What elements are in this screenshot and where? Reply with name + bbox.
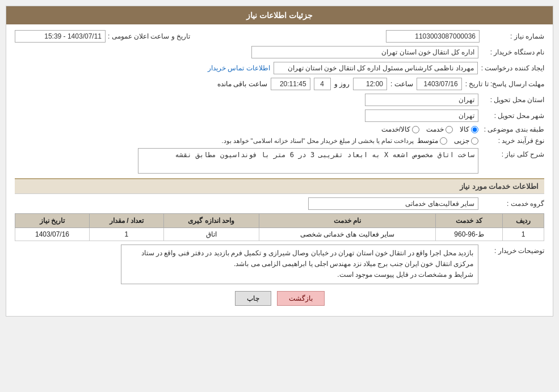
need-number-value: 1103003087000036 bbox=[386, 30, 480, 43]
delivery-province-value: تهران bbox=[365, 94, 478, 106]
purchase-type-note: پرداخت تمام یا بخشی از مبلغ خریدار محل "… bbox=[221, 137, 414, 145]
category-label: طبقه بندی موضوعی : bbox=[482, 125, 544, 133]
cell-service-name: سایر فعالیت های خدماتی شخصی bbox=[259, 228, 436, 241]
category-radio-kala-khedmat[interactable]: کالا/خدمت bbox=[381, 125, 419, 133]
page-header: جزئیات اطلاعات نیاز bbox=[6, 6, 553, 24]
cell-date: 1403/07/16 bbox=[15, 228, 90, 241]
reply-time-label: ساعت : bbox=[390, 80, 413, 88]
creator-value: مهرداد ناظمی کارشناس مسئول اداره کل انتق… bbox=[274, 62, 478, 74]
buyer-org-label: نام دستگاه خریدار : bbox=[482, 48, 544, 56]
reply-days-value: 4 bbox=[314, 78, 331, 90]
cell-service-code: ط-96-960 bbox=[436, 228, 503, 241]
col-header-row: ردیف bbox=[502, 214, 544, 228]
purchase-type-label: نوع فرآیند خرید : bbox=[482, 137, 544, 145]
col-header-unit: واحد اندازه گیری bbox=[163, 214, 259, 228]
category-radio-kala[interactable]: کالا bbox=[460, 125, 478, 133]
reply-remaining-value: 20:11:45 bbox=[271, 78, 310, 90]
table-row: 1 ط-96-960 سایر فعالیت های خدماتی شخصی ا… bbox=[15, 228, 544, 241]
reply-deadline-label: مهلت ارسال پاسخ: تا تاریخ : bbox=[465, 80, 544, 88]
creator-contact-link[interactable]: اطلاعات تماس خریدار bbox=[208, 64, 270, 72]
purchase-type-motavasset[interactable]: متوسط bbox=[417, 137, 447, 145]
buyer-org-value: اداره کل انتقال خون استان تهران bbox=[251, 46, 478, 58]
reply-days-label: روز و bbox=[334, 80, 350, 88]
print-button[interactable]: چاپ bbox=[235, 291, 271, 306]
delivery-city-label: شهر محل تحویل : bbox=[482, 112, 544, 120]
reply-remaining-label: ساعت باقی مانده bbox=[217, 80, 267, 88]
category-radio-kala-khedmat-label: کالا/خدمت bbox=[381, 125, 410, 133]
purchase-type-jozi[interactable]: جزیی bbox=[454, 137, 478, 145]
announce-datetime-label: تاریخ و ساعت اعلان عمومی : bbox=[108, 32, 190, 40]
back-button[interactable]: بازگشت bbox=[277, 291, 325, 306]
creator-label: ایجاد کننده درخواست : bbox=[481, 64, 544, 72]
cell-unit: اتاق bbox=[163, 228, 259, 241]
delivery-city-value: تهران bbox=[365, 109, 478, 122]
services-info-section-title: اطلاعات خدمات مورد نیاز bbox=[15, 178, 544, 194]
need-description-textarea[interactable]: ساخت اتاق مخصوص اشعه X به ابعاد تقریبی 3… bbox=[138, 148, 478, 174]
delivery-province-label: استان محل تحویل : bbox=[482, 96, 544, 104]
service-group-label: گروه خدمت : bbox=[482, 200, 544, 208]
need-number-label: شماره نیاز : bbox=[482, 32, 544, 40]
purchase-type-radio-group: جزیی متوسط bbox=[417, 137, 478, 145]
need-description-label: شرح کلی نیاز : bbox=[482, 148, 544, 158]
buyer-notes-value: بازدید محل اجرا واقع در انتقال خون استان… bbox=[121, 245, 478, 284]
buyer-notes-label: توضیحات خریدار : bbox=[482, 245, 544, 255]
page-title: جزئیات اطلاعات نیاز bbox=[246, 11, 313, 20]
col-header-name: نام خدمت bbox=[259, 214, 436, 228]
reply-time-value: 12:00 bbox=[353, 78, 387, 90]
category-radio-group: کالا خدمت کالا/خدمت bbox=[381, 125, 478, 133]
col-header-date: تاریخ نیاز bbox=[15, 214, 90, 228]
services-table: ردیف کد خدمت نام خدمت واحد اندازه گیری ت… bbox=[15, 213, 544, 241]
service-group-value: سایر فعالیت‌های خدماتی bbox=[308, 197, 478, 210]
col-header-code: کد خدمت bbox=[436, 214, 503, 228]
cell-qty: 1 bbox=[89, 228, 163, 241]
col-header-qty: تعداد / مقدار bbox=[89, 214, 163, 228]
action-buttons: بازگشت چاپ bbox=[15, 291, 544, 306]
category-radio-khedmat-label: خدمت bbox=[426, 125, 444, 133]
reply-date-value: 1403/07/16 bbox=[417, 78, 462, 90]
category-radio-kala-label: کالا bbox=[460, 125, 469, 133]
announce-datetime-value: 1403/07/11 - 15:39 bbox=[15, 30, 106, 43]
category-radio-khedmat[interactable]: خدمت bbox=[426, 125, 453, 133]
cell-row-num: 1 bbox=[502, 228, 544, 241]
purchase-type-jozi-label: جزیی bbox=[454, 137, 469, 145]
purchase-type-motavasset-label: متوسط bbox=[417, 137, 438, 145]
